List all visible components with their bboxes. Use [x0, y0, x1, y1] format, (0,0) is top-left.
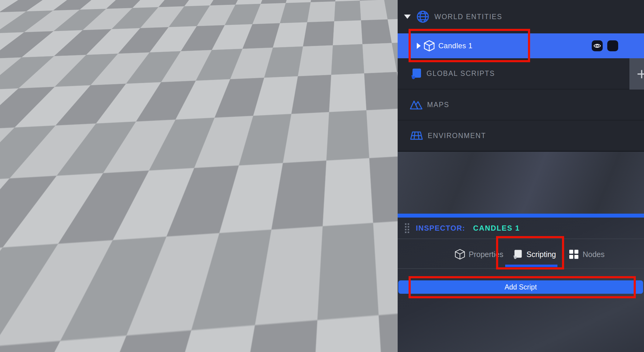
close-icon[interactable]: ✕ — [351, 261, 360, 273]
world-entities-panel: WORLD ENTITIES Candles 1 — [398, 0, 644, 152]
cancel-button[interactable]: Cancel — [176, 319, 215, 335]
script-scroll-icon — [409, 67, 422, 80]
editor-window: WORLD ENTITIES Candles 1 — [0, 0, 644, 352]
drag-handle-icon[interactable] — [405, 223, 409, 233]
blurred-scene-gap — [398, 152, 644, 214]
maps-row[interactable]: MAPS — [398, 90, 644, 120]
new-gdscript-button[interactable]: + New GDScript — [268, 283, 361, 303]
globe-icon — [416, 9, 430, 24]
maps-label: MAPS — [427, 101, 449, 109]
global-scripts-row[interactable]: GLOBAL SCRIPTS — [398, 58, 644, 90]
dialog-title-bar[interactable]: Create Script ✕ — [138, 258, 366, 276]
environment-grid-icon — [409, 130, 423, 142]
tab-nodes-label: Nodes — [583, 250, 605, 259]
tab-nodes[interactable]: Nodes — [569, 240, 605, 269]
cube-outline-icon — [455, 249, 465, 260]
inspector-top-accent — [398, 214, 644, 218]
eye-icon — [593, 42, 601, 50]
highlight-candles-entity — [409, 29, 530, 62]
highlight-add-script-button — [409, 276, 636, 298]
blank-toggle[interactable] — [607, 40, 618, 51]
add-global-script-button[interactable]: + — [629, 58, 644, 90]
visibility-toggle[interactable] — [592, 40, 603, 51]
environment-label: ENVIRONMENT — [428, 132, 486, 140]
mountains-icon — [409, 99, 423, 111]
attach-existing-button[interactable]: Attach Existing — [248, 319, 330, 335]
highlight-new-visual-script — [140, 277, 259, 307]
inspector-target-name: CANDLES 1 — [473, 224, 520, 232]
environment-row[interactable]: ENVIRONMENT — [398, 120, 644, 151]
world-entities-label: WORLD ENTITIES — [434, 13, 502, 21]
chevron-down-icon[interactable] — [404, 15, 411, 19]
dialog-title: Create Script — [227, 262, 276, 272]
highlight-scripting-tab — [496, 236, 564, 269]
inspector-label: INSPECTOR: — [416, 224, 465, 232]
new-gdscript-label: New GDScript — [294, 288, 346, 298]
nodes-grid-icon — [569, 249, 579, 259]
world-entities-header[interactable]: WORLD ENTITIES — [398, 0, 644, 33]
global-scripts-label: GLOBAL SCRIPTS — [426, 69, 495, 78]
